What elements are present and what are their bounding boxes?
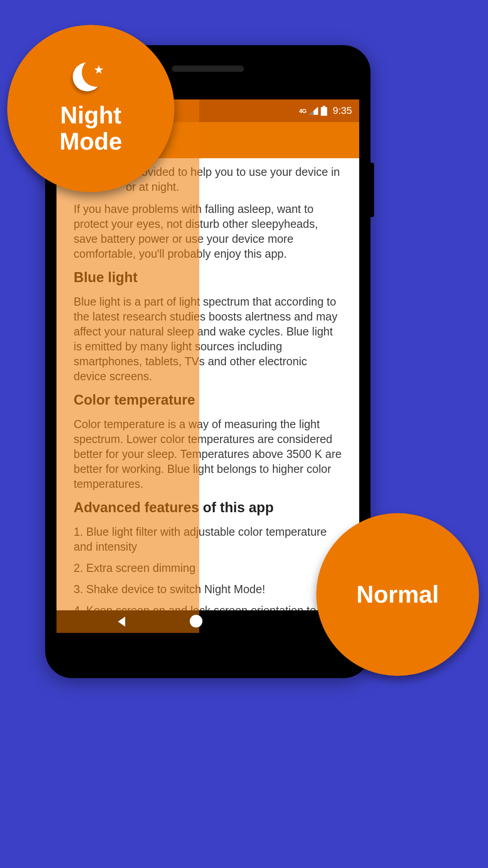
battery-icon — [321, 106, 327, 116]
paragraph-color-temp: Color temperature is a way of measuring … — [74, 417, 342, 491]
signal-icon — [309, 107, 318, 115]
night-mode-badge[interactable]: ★ Night Mode — [7, 25, 174, 192]
night-badge-line1: Night — [60, 102, 121, 128]
back-icon[interactable] — [115, 615, 129, 630]
svg-rect-0 — [323, 106, 325, 107]
status-time: 9:35 — [333, 105, 352, 117]
phone-speaker — [172, 66, 244, 72]
paragraph-blue-light: Blue light is a part of light spectrum t… — [74, 294, 342, 384]
article-content: This app is provided to help you to use … — [56, 158, 359, 610]
network-label: 4G — [299, 108, 306, 114]
feature-item-2: 2. Extra screen dimming — [74, 561, 342, 576]
feature-item-3: 3. Shake device to switch Night Mode! — [74, 582, 342, 597]
heading-blue-light: Blue light — [74, 269, 342, 287]
feature-item-1: 1. Blue light filter with adjustable col… — [74, 524, 342, 554]
intro-paragraph-2: If you have problems with falling asleep… — [74, 202, 342, 261]
moon-icon: ★ — [73, 62, 109, 94]
phone-side-button — [371, 163, 374, 217]
heading-features: Advanced features of this app — [74, 499, 342, 517]
night-badge-line2: Mode — [60, 128, 122, 155]
navigation-bar — [56, 610, 359, 633]
home-icon[interactable] — [190, 615, 202, 627]
feature-item-4: 4. Keep screen on and lock screen orient… — [74, 603, 342, 610]
svg-rect-1 — [321, 107, 327, 116]
heading-color-temp: Color temperature — [74, 391, 342, 410]
normal-badge-label: Normal — [357, 581, 439, 608]
normal-mode-badge[interactable]: Normal — [316, 513, 479, 676]
